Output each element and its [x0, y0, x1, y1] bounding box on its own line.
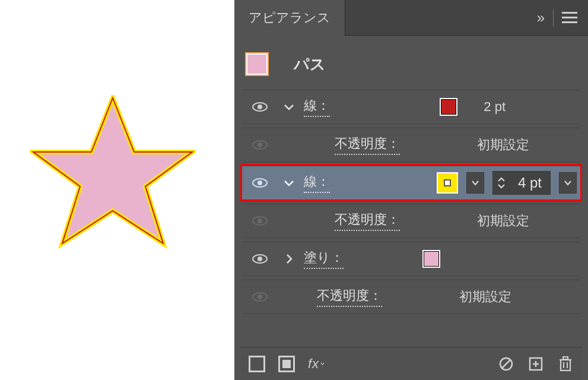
svg-point-7: [258, 180, 262, 185]
new-fill-icon[interactable]: [278, 356, 295, 372]
row-stroke-1[interactable]: 線： 2 pt: [240, 88, 582, 126]
weight-stepper[interactable]: [493, 177, 510, 189]
add-effect-icon[interactable]: fx: [308, 356, 325, 372]
svg-line-15: [502, 360, 510, 368]
svg-rect-19: [561, 360, 570, 370]
separator: [553, 10, 554, 26]
object-type-label: パス: [294, 54, 326, 75]
svg-point-9: [258, 218, 262, 223]
panel-tab-appearance[interactable]: アピアランス: [234, 0, 345, 36]
object-preview-swatch[interactable]: [245, 52, 269, 76]
star-shape: [30, 95, 196, 255]
visibility-toggle[interactable]: [246, 292, 274, 302]
svg-point-13: [258, 294, 262, 299]
opacity-label[interactable]: 不透明度：: [317, 287, 382, 307]
panel-menu-icon[interactable]: [562, 12, 577, 23]
duplicate-item-icon[interactable]: [527, 356, 544, 372]
visibility-toggle[interactable]: [246, 140, 274, 150]
svg-point-3: [258, 104, 262, 109]
stroke-color-swatch[interactable]: [440, 98, 457, 116]
delete-item-icon[interactable]: [557, 356, 574, 372]
stroke-label[interactable]: 線：: [304, 97, 330, 117]
row-stroke-2-opacity[interactable]: 不透明度： 初期設定: [240, 202, 582, 240]
svg-point-11: [258, 256, 262, 261]
stroke-color-swatch[interactable]: [437, 172, 458, 194]
weight-dropdown[interactable]: [559, 172, 577, 194]
opacity-value[interactable]: 初期設定: [459, 288, 511, 306]
opacity-value[interactable]: 初期設定: [477, 136, 529, 154]
row-fill-1[interactable]: 塗り：: [240, 240, 582, 278]
svg-point-5: [258, 142, 262, 147]
panel-tab-label: アピアランス: [249, 9, 330, 27]
chevron-down-icon[interactable]: [282, 179, 295, 186]
collapse-icon[interactable]: »: [537, 10, 545, 26]
svg-rect-23: [563, 357, 568, 359]
fill-color-swatch[interactable]: [422, 250, 440, 268]
visibility-toggle[interactable]: [246, 216, 274, 226]
chevron-down-icon[interactable]: [282, 103, 295, 110]
stroke-weight-input[interactable]: 4 pt: [492, 171, 551, 195]
row-stroke-2[interactable]: 線： 4 pt: [240, 164, 582, 202]
visibility-toggle[interactable]: [246, 178, 274, 188]
artboard: [0, 0, 234, 380]
panel-body: パス 線： 2 pt: [234, 36, 588, 380]
opacity-label[interactable]: 不透明度：: [335, 135, 400, 155]
svg-marker-0: [33, 98, 192, 243]
visibility-toggle[interactable]: [246, 254, 274, 264]
visibility-toggle[interactable]: [246, 102, 274, 112]
object-title-row: パス: [240, 52, 582, 88]
panel-header: アピアランス »: [234, 0, 588, 36]
chevron-right-icon[interactable]: [282, 254, 295, 264]
row-stroke-1-opacity[interactable]: 不透明度： 初期設定: [240, 126, 582, 164]
row-object-opacity[interactable]: 不透明度： 初期設定: [240, 278, 582, 316]
stroke-weight-value: 4 pt: [510, 175, 550, 191]
panel-footer: fx: [240, 347, 582, 380]
appearance-panel: アピアランス » パス 線：: [234, 0, 588, 380]
stroke-weight-value[interactable]: 2 pt: [484, 99, 506, 115]
new-stroke-icon[interactable]: [249, 356, 265, 372]
stroke-label[interactable]: 線：: [304, 173, 330, 193]
opacity-label[interactable]: 不透明度：: [335, 211, 400, 231]
opacity-value[interactable]: 初期設定: [477, 212, 529, 230]
fill-label[interactable]: 塗り：: [304, 249, 344, 269]
clear-appearance-icon[interactable]: [498, 356, 514, 372]
color-dropdown[interactable]: [466, 172, 484, 194]
